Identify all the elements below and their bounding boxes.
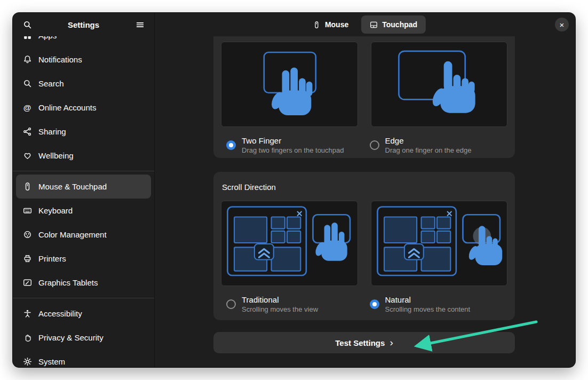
settings-window: Apps Notifications Search @ Online Accou… (13, 13, 575, 367)
sidebar-divider (13, 171, 154, 171)
sidebar-item-label: System (38, 357, 65, 366)
scroll-method-options: Two Finger Drag two fingers on the touch… (221, 132, 507, 158)
tab-label: Touchpad (382, 20, 417, 29)
option-edge[interactable]: Edge Drag one finger on the edge (364, 132, 508, 158)
tab-touchpad[interactable]: Touchpad (361, 15, 426, 34)
sidebar-header: Settings (13, 13, 154, 36)
sidebar-item-privacy-security[interactable]: Privacy & Security (16, 326, 151, 350)
option-label: Traditional (242, 295, 318, 304)
test-settings-button[interactable]: Test Settings › (213, 332, 515, 353)
radio-traditional[interactable] (226, 299, 236, 309)
sidebar-item-label: Mouse & Touchpad (38, 182, 107, 191)
sidebar-item-label: Privacy & Security (38, 333, 104, 342)
sidebar-item-label: Printers (38, 254, 66, 263)
close-icon: × (560, 21, 565, 29)
sidebar-item-label: Sharing (38, 127, 66, 136)
search-icon (23, 20, 32, 29)
main-content: Mouse Touchpad × (155, 13, 575, 367)
at-icon: @ (22, 103, 32, 113)
touchpad-icon (370, 21, 378, 29)
option-label: Natural (385, 295, 471, 304)
sidebar-item-label: Graphics Tablets (38, 278, 98, 287)
sidebar-item-sharing[interactable]: Sharing (16, 120, 151, 144)
radio-edge[interactable] (370, 140, 379, 150)
color-icon (22, 230, 32, 240)
sidebar-item-label: Keyboard (38, 206, 73, 215)
sidebar-item-label: Wellbeing (38, 151, 74, 160)
scroll-method-card: Two Finger Drag two fingers on the touch… (213, 36, 515, 158)
sidebar-item-printers[interactable]: Printers (16, 247, 151, 271)
option-description: Drag two fingers on the touchpad (242, 146, 344, 154)
keyboard-icon (22, 206, 32, 216)
two-finger-illustration[interactable] (221, 42, 358, 127)
scroll-direction-title: Scroll Direction (221, 179, 507, 194)
sidebar: Apps Notifications Search @ Online Accou… (13, 13, 155, 367)
device-tab-group: Mouse Touchpad (304, 15, 426, 34)
sidebar-list: Apps Notifications Search @ Online Accou… (13, 13, 154, 367)
sidebar-item-notifications[interactable]: Notifications (16, 48, 151, 72)
sidebar-item-online-accounts[interactable]: @ Online Accounts (16, 96, 151, 120)
sidebar-item-graphics-tablets[interactable]: Graphics Tablets (16, 271, 151, 295)
scroll-direction-tiles (221, 201, 507, 286)
printer-icon (22, 254, 32, 264)
hamburger-icon (136, 20, 145, 29)
option-two-finger[interactable]: Two Finger Drag two fingers on the touch… (221, 132, 364, 158)
option-label: Edge (385, 136, 472, 145)
sidebar-item-label: Accessibility (38, 309, 82, 318)
hand-icon (22, 333, 32, 343)
sidebar-divider (13, 298, 154, 298)
sidebar-item-accessibility[interactable]: Accessibility (16, 302, 151, 326)
search-icon (22, 79, 32, 89)
edge-scroll-illustration[interactable] (371, 42, 508, 127)
heart-icon (22, 151, 32, 161)
close-button[interactable]: × (555, 18, 569, 31)
mouse-icon (22, 182, 32, 192)
tab-mouse[interactable]: Mouse (304, 15, 357, 34)
option-traditional[interactable]: Traditional Scrolling moves the view (221, 291, 364, 317)
sidebar-item-label: Search (38, 79, 64, 88)
option-natural[interactable]: Natural Scrolling moves the content (364, 291, 508, 317)
gear-icon (22, 357, 32, 367)
radio-two-finger[interactable] (226, 140, 236, 150)
option-label: Two Finger (242, 136, 344, 145)
menu-button[interactable] (132, 17, 148, 33)
bell-icon (22, 55, 32, 65)
sidebar-item-keyboard[interactable]: Keyboard (16, 199, 151, 223)
sidebar-item-color-management[interactable]: Color Management (16, 223, 151, 247)
option-description: Drag one finger on the edge (385, 146, 472, 154)
chevron-right-icon: › (390, 337, 393, 347)
sidebar-item-label: Notifications (38, 55, 82, 64)
two-finger-scroll-graphic (221, 42, 357, 126)
option-description: Scrolling moves the view (242, 305, 318, 313)
share-icon (22, 127, 32, 137)
search-button[interactable] (19, 17, 35, 33)
traditional-scroll-illustration[interactable] (221, 201, 358, 286)
scroll-direction-card: Scroll Direction (213, 172, 515, 320)
scroll-direction-options: Traditional Scrolling moves the view Nat… (221, 291, 507, 317)
sidebar-item-mouse-touchpad[interactable]: Mouse & Touchpad (16, 175, 151, 199)
radio-natural[interactable] (370, 299, 379, 309)
tablet-icon (22, 278, 32, 288)
sidebar-item-label: Online Accounts (38, 103, 96, 112)
option-description: Scrolling moves the content (385, 305, 471, 313)
traditional-scroll-graphic (221, 201, 357, 286)
edge-scroll-graphic (371, 42, 507, 126)
sidebar-item-wellbeing[interactable]: Wellbeing (16, 144, 151, 168)
test-settings-label: Test Settings (335, 338, 385, 347)
natural-scroll-illustration[interactable] (371, 201, 508, 286)
scroll-method-tiles (221, 42, 507, 127)
scroll-area[interactable]: Two Finger Drag two fingers on the touch… (155, 36, 575, 367)
sidebar-item-label: Color Management (38, 230, 107, 239)
sidebar-item-system[interactable]: System (16, 350, 151, 367)
content-header: Mouse Touchpad × (155, 13, 575, 36)
tab-label: Mouse (325, 20, 348, 29)
mouse-icon (313, 21, 321, 29)
accessibility-icon (22, 309, 32, 319)
sidebar-item-search[interactable]: Search (16, 72, 151, 96)
natural-scroll-graphic (371, 201, 507, 286)
